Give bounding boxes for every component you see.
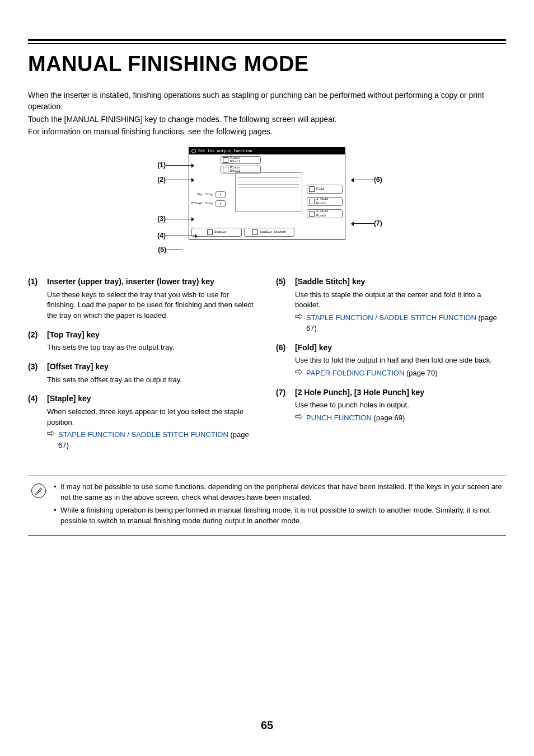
top-tray-icon bbox=[220, 194, 221, 195]
tray-icon bbox=[223, 167, 228, 172]
item-desc: Use this to staple the output at the cen… bbox=[295, 290, 506, 311]
item-1: (1) Inserter (upper tray), inserter (low… bbox=[28, 276, 258, 321]
item-num: (1) bbox=[28, 276, 47, 321]
item-title: [Saddle Stitch] key bbox=[295, 276, 506, 287]
item-desc: Use these to punch holes in output. bbox=[295, 400, 506, 411]
item-num: (6) bbox=[276, 342, 295, 379]
item-title: [Top Tray] key bbox=[47, 329, 258, 340]
item-title: [2 Hole Punch], [3 Hole Punch] key bbox=[295, 387, 506, 398]
tray-icon bbox=[223, 157, 228, 163]
offset-tray-row: Offset Tray bbox=[191, 200, 226, 207]
item-num: (5) bbox=[276, 276, 295, 334]
punch-icon bbox=[309, 211, 315, 217]
offset-tray-button[interactable] bbox=[216, 200, 226, 207]
intro-block: When the inserter is installed, finishin… bbox=[28, 90, 506, 137]
item-desc: This sets the offset tray as the output … bbox=[47, 375, 258, 386]
machine-illustration bbox=[235, 172, 302, 212]
fold-button[interactable]: Fold bbox=[307, 185, 343, 194]
globe-icon bbox=[191, 149, 196, 153]
link-paper-folding[interactable]: PAPER FOLDING FUNCTION bbox=[306, 369, 404, 377]
staple-button[interactable]: Staple bbox=[191, 228, 242, 237]
key-descriptions: (1) Inserter (upper tray), inserter (low… bbox=[28, 276, 506, 459]
item-desc: When selected, three keys appear to let … bbox=[47, 407, 258, 428]
item-desc: This sets the top tray as the output tra… bbox=[47, 342, 258, 353]
item-title: [Offset Tray] key bbox=[47, 361, 258, 372]
saddle-stitch-button[interactable]: Saddle Stitch bbox=[244, 228, 294, 237]
pointer-icon bbox=[295, 313, 303, 320]
banner-text: Set the output function. bbox=[198, 148, 255, 154]
cross-ref: STAPLE FUNCTION / SADDLE STITCH FUNCTION… bbox=[295, 313, 506, 334]
cross-ref: PUNCH FUNCTION (page 69) bbox=[295, 413, 506, 424]
link-staple-saddle[interactable]: STAPLE FUNCTION / SADDLE STITCH FUNCTION bbox=[58, 430, 228, 439]
link-page: (page 69) bbox=[372, 414, 405, 422]
note-item: While a finishing operation is being per… bbox=[54, 505, 503, 527]
punch-icon bbox=[309, 199, 315, 204]
item-7: (7) [2 Hole Punch], [3 Hole Punch] key U… bbox=[276, 387, 506, 424]
item-title: Inserter (upper tray), inserter (lower t… bbox=[47, 276, 258, 287]
callout-1: (1) bbox=[149, 161, 194, 170]
item-4: (4) [Staple] key When selected, three ke… bbox=[28, 393, 258, 451]
punch3-label: 3 Hole Punch bbox=[316, 209, 340, 219]
saddle-icon bbox=[252, 229, 258, 235]
staple-label: Staple bbox=[214, 230, 227, 235]
fold-icon bbox=[309, 186, 315, 192]
intro-p1: When the inserter is installed, finishin… bbox=[28, 90, 506, 112]
paper-size: 8½x11 bbox=[230, 160, 240, 163]
item-3: (3) [Offset Tray] key This sets the offs… bbox=[28, 361, 258, 385]
item-num: (2) bbox=[28, 329, 47, 353]
link-page: (page 70) bbox=[404, 369, 437, 377]
item-num: (4) bbox=[28, 393, 47, 451]
callout-5: (5) bbox=[149, 245, 183, 255]
pointer-icon bbox=[47, 430, 55, 436]
callout-7: (7) bbox=[351, 219, 385, 228]
item-title: [Staple] key bbox=[47, 393, 258, 404]
intro-p3: For information on manual finishing func… bbox=[28, 126, 506, 137]
left-column: (1) Inserter (upper tray), inserter (low… bbox=[28, 276, 258, 459]
item-desc: Use this to fold the output in half and … bbox=[295, 355, 506, 366]
intro-p2: Touch the [MANUAL FINISHING] key to chan… bbox=[28, 114, 506, 125]
staple-icon bbox=[207, 229, 213, 235]
pointer-icon bbox=[295, 414, 303, 420]
top-tray-row: Top Tray bbox=[191, 191, 226, 198]
offset-tray-label: Offset Tray bbox=[191, 201, 213, 206]
screen-banner: Set the output function. bbox=[189, 148, 345, 154]
page-title: MANUAL FINISHING MODE bbox=[28, 49, 506, 79]
saddle-label: Saddle Stitch bbox=[260, 230, 286, 235]
callout-4: (4) bbox=[149, 231, 198, 241]
item-5: (5) [Saddle Stitch] key Use this to stap… bbox=[276, 276, 506, 334]
page-number: 65 bbox=[0, 717, 534, 734]
item-2: (2) [Top Tray] key This sets the top tra… bbox=[28, 329, 258, 353]
cross-ref: PAPER FOLDING FUNCTION (page 70) bbox=[295, 368, 506, 379]
finishing-screen-diagram: Set the output function. Plain 8½x11 Pla… bbox=[149, 147, 385, 259]
item-desc: Use these keys to select the tray that y… bbox=[47, 290, 258, 322]
spacer bbox=[297, 228, 343, 237]
pointer-icon bbox=[295, 369, 303, 375]
note-icon bbox=[31, 483, 46, 498]
top-tray-label: Top Tray bbox=[191, 192, 213, 198]
offset-tray-icon bbox=[220, 203, 221, 204]
callout-2: (2) bbox=[149, 175, 194, 185]
right-button-group: Fold 2 Hole Punch 3 Hole Punch bbox=[307, 185, 343, 218]
cross-ref: STAPLE FUNCTION / SADDLE STITCH FUNCTION… bbox=[47, 430, 258, 451]
fold-label: Fold bbox=[316, 187, 324, 192]
note-box: It may not be possible to use some funct… bbox=[28, 476, 506, 536]
right-column: (5) [Saddle Stitch] key Use this to stap… bbox=[276, 276, 506, 459]
punch2-label: 2 Hole Punch bbox=[316, 197, 340, 206]
link-punch[interactable]: PUNCH FUNCTION bbox=[306, 414, 372, 422]
bottom-button-group: Staple Saddle Stitch bbox=[191, 228, 343, 237]
note-list: It may not be possible to use some funct… bbox=[54, 482, 503, 528]
callout-3: (3) bbox=[149, 214, 194, 224]
diagram-container: Set the output function. Plain 8½x11 Pla… bbox=[28, 147, 506, 259]
device-screen: Set the output function. Plain 8½x11 Pla… bbox=[189, 147, 345, 240]
item-6: (6) [Fold] key Use this to fold the outp… bbox=[276, 342, 506, 379]
link-staple-saddle[interactable]: STAPLE FUNCTION / SADDLE STITCH FUNCTION bbox=[306, 313, 476, 322]
punch-2-button[interactable]: 2 Hole Punch bbox=[307, 197, 343, 206]
item-num: (3) bbox=[28, 361, 47, 385]
callout-6: (6) bbox=[351, 175, 385, 185]
note-item: It may not be possible to use some funct… bbox=[54, 482, 503, 503]
double-rule bbox=[28, 39, 506, 44]
item-num: (7) bbox=[276, 387, 295, 424]
top-tray-button[interactable] bbox=[216, 191, 226, 198]
punch-3-button[interactable]: 3 Hole Punch bbox=[307, 209, 343, 218]
inserter-upper-tray-button[interactable]: Plain 8½x11 bbox=[221, 156, 261, 164]
